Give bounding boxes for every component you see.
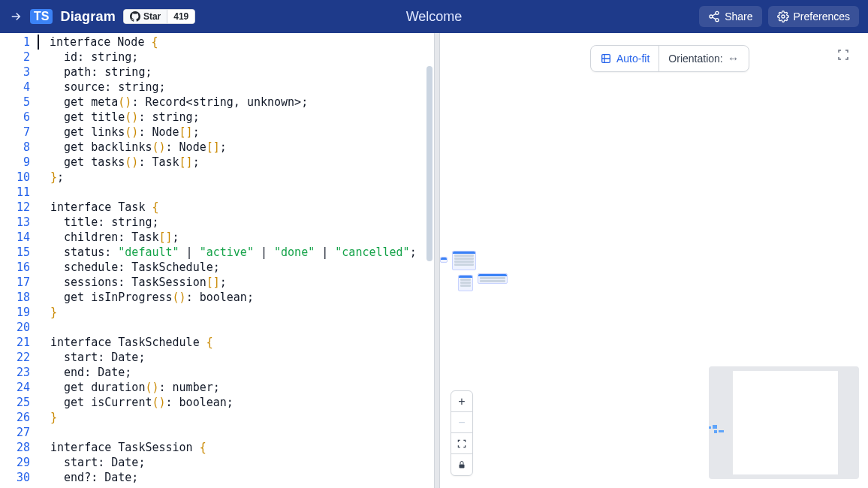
code-line[interactable]: 24 get duration(): number; — [0, 380, 434, 395]
code-line[interactable]: 2 id: string; — [0, 50, 434, 65]
code-content[interactable]: title: string; — [38, 215, 159, 230]
code-line[interactable]: 22 start: Date; — [0, 350, 434, 365]
code-content[interactable]: } — [38, 305, 57, 320]
code-line[interactable]: 13 title: string; — [0, 215, 434, 230]
diagram-node[interactable] — [440, 257, 448, 263]
code-content[interactable]: get isInProgress(): boolean; — [38, 290, 254, 305]
code-line[interactable]: 15 status: "default" | "active" | "done"… — [0, 245, 434, 260]
zoom-fit-button[interactable] — [451, 433, 472, 454]
line-number: 28 — [0, 440, 38, 455]
diagram-node[interactable] — [458, 275, 473, 291]
code-content[interactable] — [38, 185, 50, 200]
code-line[interactable]: 14 children: Task[]; — [0, 230, 434, 245]
code-line[interactable]: 26} — [0, 410, 434, 425]
autofit-button[interactable]: Auto-fit — [591, 46, 659, 71]
zoom-lock-button[interactable] — [451, 454, 472, 475]
code-line[interactable]: 18 get isInProgress(): boolean; — [0, 290, 434, 305]
zoom-in-button[interactable]: + — [451, 391, 472, 412]
code-line[interactable]: 28interface TaskSession { — [0, 440, 434, 455]
svg-point-0 — [716, 11, 719, 14]
code-line[interactable]: 30 end?: Date; — [0, 470, 434, 485]
code-line[interactable]: 17 sessions: TaskSession[]; — [0, 275, 434, 290]
github-icon — [130, 11, 140, 22]
line-number: 6 — [0, 110, 38, 125]
code-content[interactable]: get isCurrent(): boolean; — [38, 395, 234, 410]
code-content[interactable]: } — [38, 410, 57, 425]
code-line[interactable]: 16 schedule: TaskSchedule; — [0, 260, 434, 275]
editor-scrollbar[interactable] — [426, 66, 432, 261]
line-number: 14 — [0, 230, 38, 245]
autofit-label: Auto-fit — [616, 53, 649, 65]
code-content[interactable]: status: "default" | "active" | "done" | … — [38, 245, 417, 260]
github-star-count[interactable]: 419 — [167, 10, 194, 23]
code-content[interactable]: get links(): Node[]; — [38, 125, 200, 140]
code-content[interactable]: get title(): string; — [38, 110, 200, 125]
code-content[interactable]: start: Date; — [38, 350, 145, 365]
fullscreen-button[interactable] — [833, 45, 853, 65]
code-line[interactable]: 11 — [0, 185, 434, 200]
code-content[interactable]: }; — [38, 170, 64, 185]
line-number: 12 — [0, 200, 38, 215]
line-number: 13 — [0, 215, 38, 230]
code-line[interactable]: 9 get tasks(): Task[]; — [0, 155, 434, 170]
line-number: 27 — [0, 425, 38, 440]
code-line[interactable]: 3 path: string; — [0, 65, 434, 80]
code-content[interactable]: interface Node { — [38, 35, 158, 50]
code-content[interactable]: path: string; — [38, 65, 152, 80]
code-editor[interactable]: 1interface Node {2 id: string;3 path: st… — [0, 33, 434, 488]
share-button[interactable]: Share — [699, 6, 761, 27]
code-line[interactable]: 23 end: Date; — [0, 365, 434, 380]
code-content[interactable]: get tasks(): Task[]; — [38, 155, 200, 170]
code-content[interactable]: source: string; — [38, 80, 166, 95]
code-content[interactable]: id: string; — [38, 50, 138, 65]
diagram-node[interactable] — [452, 251, 476, 270]
line-number: 7 — [0, 125, 38, 140]
code-content[interactable]: get backlinks(): Node[]; — [38, 140, 227, 155]
code-content[interactable]: sessions: TaskSession[]; — [38, 275, 227, 290]
code-line[interactable]: 4 source: string; — [0, 80, 434, 95]
preferences-button[interactable]: Preferences — [768, 6, 859, 27]
share-icon — [708, 11, 720, 23]
code-line[interactable]: 10}; — [0, 170, 434, 185]
code-content[interactable]: end: Date; — [38, 365, 131, 380]
code-line[interactable]: 27 — [0, 425, 434, 440]
code-line[interactable]: 19} — [0, 305, 434, 320]
diagram-canvas[interactable]: Auto-fit Orientation: ↔ + − — [440, 33, 868, 488]
code-content[interactable]: get meta(): Record<string, unknown>; — [38, 95, 308, 110]
code-line[interactable]: 6 get title(): string; — [0, 110, 434, 125]
minimap[interactable] — [709, 366, 859, 479]
menu-arrow-icon[interactable] — [9, 10, 23, 23]
code-line[interactable]: 1interface Node { — [0, 35, 434, 50]
code-line[interactable]: 21interface TaskSchedule { — [0, 335, 434, 350]
code-content[interactable]: get duration(): number; — [38, 380, 220, 395]
orientation-button[interactable]: Orientation: ↔ — [659, 46, 748, 71]
code-content[interactable]: schedule: TaskSchedule; — [38, 260, 220, 275]
code-content[interactable]: children: Task[]; — [38, 230, 179, 245]
code-line[interactable]: 29 start: Date; — [0, 455, 434, 470]
orientation-label: Orientation: — [668, 53, 722, 65]
code-lines[interactable]: 1interface Node {2 id: string;3 path: st… — [0, 33, 434, 485]
code-line[interactable]: 8 get backlinks(): Node[]; — [0, 140, 434, 155]
diagram-node[interactable] — [478, 273, 508, 284]
code-line[interactable]: 20 — [0, 320, 434, 335]
github-star-widget[interactable]: Star 419 — [123, 9, 195, 24]
code-content[interactable]: interface Task { — [38, 200, 159, 215]
code-content[interactable]: end?: Date; — [38, 470, 138, 485]
preferences-label: Preferences — [794, 11, 850, 23]
code-line[interactable]: 12interface Task { — [0, 200, 434, 215]
code-content[interactable]: interface TaskSchedule { — [38, 335, 213, 350]
zoom-out-button[interactable]: − — [451, 412, 472, 433]
code-content[interactable]: interface TaskSession { — [38, 440, 206, 455]
share-label: Share — [725, 11, 752, 23]
code-line[interactable]: 7 get links(): Node[]; — [0, 125, 434, 140]
split-divider[interactable] — [434, 33, 440, 488]
code-content[interactable]: start: Date; — [38, 455, 145, 470]
autofit-icon — [600, 53, 612, 65]
minimap-viewport[interactable] — [733, 371, 838, 474]
code-line[interactable]: 5 get meta(): Record<string, unknown>; — [0, 95, 434, 110]
github-star-button[interactable]: Star — [124, 10, 167, 23]
code-content[interactable] — [38, 425, 50, 440]
code-content[interactable] — [38, 320, 50, 335]
code-line[interactable]: 25 get isCurrent(): boolean; — [0, 395, 434, 410]
plus-icon: + — [458, 395, 465, 408]
